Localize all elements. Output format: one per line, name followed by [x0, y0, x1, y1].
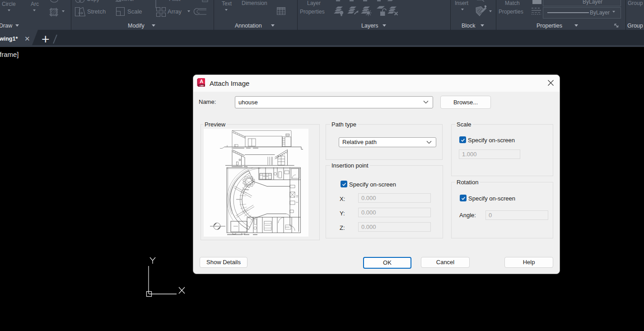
svg-text:CAD: CAD	[200, 84, 204, 87]
svg-text:A: A	[200, 79, 203, 84]
